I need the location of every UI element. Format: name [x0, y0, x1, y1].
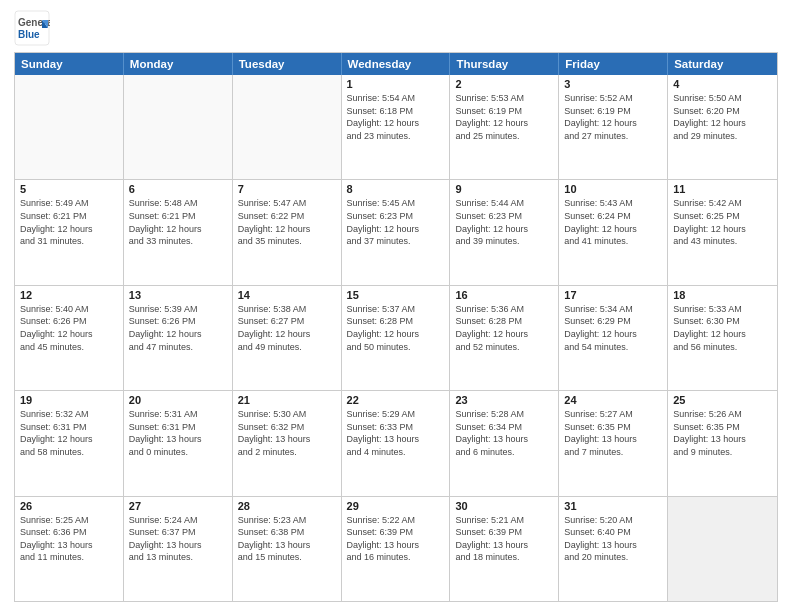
calendar-cell: 22Sunrise: 5:29 AM Sunset: 6:33 PM Dayli…	[342, 391, 451, 495]
calendar: SundayMondayTuesdayWednesdayThursdayFrid…	[14, 52, 778, 602]
logo: General Blue	[14, 10, 50, 46]
calendar-cell: 1Sunrise: 5:54 AM Sunset: 6:18 PM Daylig…	[342, 75, 451, 179]
calendar-cell: 20Sunrise: 5:31 AM Sunset: 6:31 PM Dayli…	[124, 391, 233, 495]
calendar-cell: 2Sunrise: 5:53 AM Sunset: 6:19 PM Daylig…	[450, 75, 559, 179]
calendar-cell: 10Sunrise: 5:43 AM Sunset: 6:24 PM Dayli…	[559, 180, 668, 284]
day-number: 7	[238, 183, 336, 195]
day-number: 10	[564, 183, 662, 195]
calendar-cell: 12Sunrise: 5:40 AM Sunset: 6:26 PM Dayli…	[15, 286, 124, 390]
day-info: Sunrise: 5:38 AM Sunset: 6:27 PM Dayligh…	[238, 303, 336, 353]
day-info: Sunrise: 5:44 AM Sunset: 6:23 PM Dayligh…	[455, 197, 553, 247]
day-number: 12	[20, 289, 118, 301]
day-number: 1	[347, 78, 445, 90]
day-info: Sunrise: 5:24 AM Sunset: 6:37 PM Dayligh…	[129, 514, 227, 564]
day-number: 20	[129, 394, 227, 406]
calendar-cell: 5Sunrise: 5:49 AM Sunset: 6:21 PM Daylig…	[15, 180, 124, 284]
day-number: 22	[347, 394, 445, 406]
calendar-cell: 8Sunrise: 5:45 AM Sunset: 6:23 PM Daylig…	[342, 180, 451, 284]
day-info: Sunrise: 5:52 AM Sunset: 6:19 PM Dayligh…	[564, 92, 662, 142]
calendar-cell: 3Sunrise: 5:52 AM Sunset: 6:19 PM Daylig…	[559, 75, 668, 179]
day-info: Sunrise: 5:20 AM Sunset: 6:40 PM Dayligh…	[564, 514, 662, 564]
day-info: Sunrise: 5:33 AM Sunset: 6:30 PM Dayligh…	[673, 303, 772, 353]
calendar-header-cell: Wednesday	[342, 53, 451, 75]
day-number: 9	[455, 183, 553, 195]
day-number: 27	[129, 500, 227, 512]
calendar-row: 1Sunrise: 5:54 AM Sunset: 6:18 PM Daylig…	[15, 75, 777, 179]
day-number: 25	[673, 394, 772, 406]
day-number: 15	[347, 289, 445, 301]
calendar-cell: 7Sunrise: 5:47 AM Sunset: 6:22 PM Daylig…	[233, 180, 342, 284]
calendar-cell: 9Sunrise: 5:44 AM Sunset: 6:23 PM Daylig…	[450, 180, 559, 284]
day-number: 6	[129, 183, 227, 195]
day-info: Sunrise: 5:21 AM Sunset: 6:39 PM Dayligh…	[455, 514, 553, 564]
day-number: 14	[238, 289, 336, 301]
calendar-header-cell: Monday	[124, 53, 233, 75]
day-number: 2	[455, 78, 553, 90]
calendar-cell	[15, 75, 124, 179]
day-number: 21	[238, 394, 336, 406]
day-info: Sunrise: 5:39 AM Sunset: 6:26 PM Dayligh…	[129, 303, 227, 353]
day-number: 23	[455, 394, 553, 406]
calendar-cell: 30Sunrise: 5:21 AM Sunset: 6:39 PM Dayli…	[450, 497, 559, 601]
day-info: Sunrise: 5:49 AM Sunset: 6:21 PM Dayligh…	[20, 197, 118, 247]
logo-icon: General Blue	[14, 10, 50, 46]
day-number: 31	[564, 500, 662, 512]
calendar-cell: 4Sunrise: 5:50 AM Sunset: 6:20 PM Daylig…	[668, 75, 777, 179]
day-info: Sunrise: 5:26 AM Sunset: 6:35 PM Dayligh…	[673, 408, 772, 458]
day-info: Sunrise: 5:42 AM Sunset: 6:25 PM Dayligh…	[673, 197, 772, 247]
calendar-cell: 27Sunrise: 5:24 AM Sunset: 6:37 PM Dayli…	[124, 497, 233, 601]
calendar-cell: 13Sunrise: 5:39 AM Sunset: 6:26 PM Dayli…	[124, 286, 233, 390]
calendar-cell: 28Sunrise: 5:23 AM Sunset: 6:38 PM Dayli…	[233, 497, 342, 601]
calendar-cell	[124, 75, 233, 179]
day-info: Sunrise: 5:27 AM Sunset: 6:35 PM Dayligh…	[564, 408, 662, 458]
day-info: Sunrise: 5:40 AM Sunset: 6:26 PM Dayligh…	[20, 303, 118, 353]
calendar-cell: 26Sunrise: 5:25 AM Sunset: 6:36 PM Dayli…	[15, 497, 124, 601]
day-number: 28	[238, 500, 336, 512]
day-number: 4	[673, 78, 772, 90]
day-info: Sunrise: 5:50 AM Sunset: 6:20 PM Dayligh…	[673, 92, 772, 142]
day-number: 3	[564, 78, 662, 90]
calendar-body: 1Sunrise: 5:54 AM Sunset: 6:18 PM Daylig…	[15, 75, 777, 601]
day-info: Sunrise: 5:31 AM Sunset: 6:31 PM Dayligh…	[129, 408, 227, 458]
calendar-row: 5Sunrise: 5:49 AM Sunset: 6:21 PM Daylig…	[15, 179, 777, 284]
calendar-cell: 25Sunrise: 5:26 AM Sunset: 6:35 PM Dayli…	[668, 391, 777, 495]
calendar-row: 26Sunrise: 5:25 AM Sunset: 6:36 PM Dayli…	[15, 496, 777, 601]
day-info: Sunrise: 5:34 AM Sunset: 6:29 PM Dayligh…	[564, 303, 662, 353]
day-info: Sunrise: 5:53 AM Sunset: 6:19 PM Dayligh…	[455, 92, 553, 142]
calendar-cell: 29Sunrise: 5:22 AM Sunset: 6:39 PM Dayli…	[342, 497, 451, 601]
day-info: Sunrise: 5:37 AM Sunset: 6:28 PM Dayligh…	[347, 303, 445, 353]
calendar-cell: 31Sunrise: 5:20 AM Sunset: 6:40 PM Dayli…	[559, 497, 668, 601]
day-info: Sunrise: 5:48 AM Sunset: 6:21 PM Dayligh…	[129, 197, 227, 247]
day-number: 17	[564, 289, 662, 301]
day-info: Sunrise: 5:54 AM Sunset: 6:18 PM Dayligh…	[347, 92, 445, 142]
day-info: Sunrise: 5:47 AM Sunset: 6:22 PM Dayligh…	[238, 197, 336, 247]
day-number: 30	[455, 500, 553, 512]
day-info: Sunrise: 5:29 AM Sunset: 6:33 PM Dayligh…	[347, 408, 445, 458]
day-info: Sunrise: 5:30 AM Sunset: 6:32 PM Dayligh…	[238, 408, 336, 458]
calendar-cell	[668, 497, 777, 601]
calendar-cell: 18Sunrise: 5:33 AM Sunset: 6:30 PM Dayli…	[668, 286, 777, 390]
calendar-header-cell: Friday	[559, 53, 668, 75]
day-info: Sunrise: 5:22 AM Sunset: 6:39 PM Dayligh…	[347, 514, 445, 564]
day-number: 11	[673, 183, 772, 195]
day-info: Sunrise: 5:25 AM Sunset: 6:36 PM Dayligh…	[20, 514, 118, 564]
day-number: 19	[20, 394, 118, 406]
svg-text:Blue: Blue	[18, 29, 40, 40]
calendar-cell: 17Sunrise: 5:34 AM Sunset: 6:29 PM Dayli…	[559, 286, 668, 390]
calendar-header: SundayMondayTuesdayWednesdayThursdayFrid…	[15, 53, 777, 75]
day-number: 26	[20, 500, 118, 512]
calendar-cell: 19Sunrise: 5:32 AM Sunset: 6:31 PM Dayli…	[15, 391, 124, 495]
calendar-cell: 14Sunrise: 5:38 AM Sunset: 6:27 PM Dayli…	[233, 286, 342, 390]
calendar-header-cell: Saturday	[668, 53, 777, 75]
calendar-header-cell: Tuesday	[233, 53, 342, 75]
day-number: 16	[455, 289, 553, 301]
day-number: 24	[564, 394, 662, 406]
day-number: 13	[129, 289, 227, 301]
calendar-cell: 11Sunrise: 5:42 AM Sunset: 6:25 PM Dayli…	[668, 180, 777, 284]
header: General Blue	[14, 10, 778, 46]
calendar-cell: 6Sunrise: 5:48 AM Sunset: 6:21 PM Daylig…	[124, 180, 233, 284]
page: General Blue SundayMondayTuesdayWednesda…	[0, 0, 792, 612]
calendar-row: 12Sunrise: 5:40 AM Sunset: 6:26 PM Dayli…	[15, 285, 777, 390]
calendar-header-cell: Thursday	[450, 53, 559, 75]
calendar-cell: 23Sunrise: 5:28 AM Sunset: 6:34 PM Dayli…	[450, 391, 559, 495]
